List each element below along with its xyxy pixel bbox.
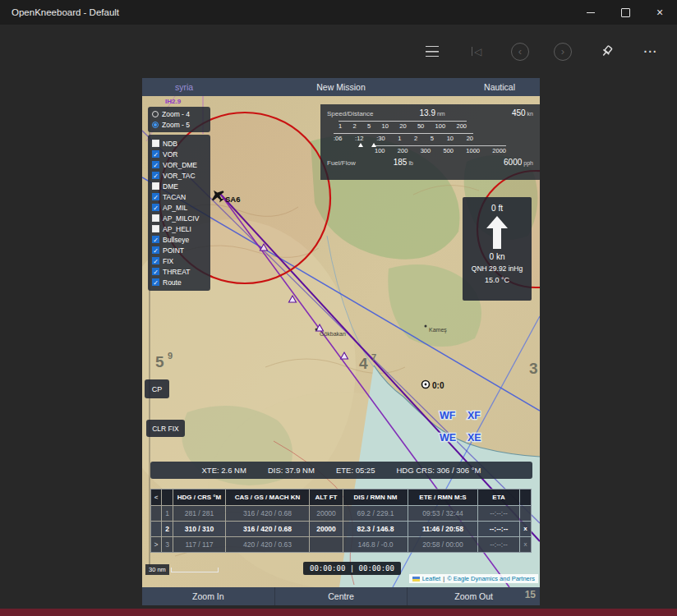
checkbox-icon[interactable]: ✓: [152, 150, 159, 158]
close-button[interactable]: ×: [642, 0, 677, 25]
fp-cell: 117 / 117: [173, 537, 225, 552]
layer-item-fix[interactable]: ✓FIX: [152, 255, 206, 266]
fp-remove-button[interactable]: x: [520, 522, 531, 536]
scale-tick-label: 100: [435, 122, 446, 130]
leaflet-link[interactable]: Leaflet: [422, 575, 441, 582]
maximize-button[interactable]: [608, 0, 642, 25]
scale-tick-label: :30: [376, 135, 385, 142]
window-controls: ×: [573, 0, 677, 25]
fuel-value: 185: [394, 158, 408, 167]
status-item: DIS: 37.9 NM: [268, 466, 315, 475]
first-page-button[interactable]: ◁: [467, 42, 486, 62]
layer-item-vor[interactable]: ✓VOR: [152, 149, 206, 159]
layer-label: AP_MIL: [163, 204, 187, 212]
fp-cell: 69.2 / 229.1: [343, 506, 408, 521]
scale-tick-label: 2: [353, 122, 357, 130]
minimize-button[interactable]: [573, 0, 608, 25]
layer-label: AP_HELI: [163, 225, 191, 233]
zoom-out-button[interactable]: Zoom Out: [408, 587, 540, 605]
checkbox-icon[interactable]: ✓: [152, 246, 159, 254]
layer-label: AP_MILCIV: [163, 214, 199, 223]
checkbox-icon[interactable]: ✓: [152, 161, 159, 168]
window-title: OpenKneeboard - Default: [0, 7, 119, 17]
layer-item-tacan[interactable]: ✓TACAN: [152, 191, 206, 202]
layer-item-threat[interactable]: ✓THREAT: [152, 266, 206, 277]
fp-remove-button[interactable]: x: [520, 537, 531, 552]
layer-item-route[interactable]: ✓Route: [152, 277, 206, 287]
layer-item-bullseye[interactable]: ✓Bullseye: [152, 234, 206, 245]
clr-fix-button[interactable]: CLR FIX: [146, 420, 185, 437]
checkbox-icon[interactable]: [152, 214, 159, 222]
centre-button[interactable]: Centre: [274, 587, 408, 605]
zoom-option-zoom-4[interactable]: Zoom - 4: [152, 110, 206, 118]
map-header: New Mission syria Nautical: [142, 78, 540, 96]
layer-label: TACAN: [163, 193, 186, 201]
temperature-value: 15.0 °C: [485, 276, 509, 284]
fp-cell: 20000: [310, 522, 343, 536]
checkbox-icon[interactable]: ✓: [152, 204, 159, 211]
radio-icon[interactable]: [152, 122, 159, 128]
fp-column-header: CAS / GS / MACH KN: [226, 490, 309, 505]
checkbox-icon[interactable]: ✓: [152, 172, 159, 179]
map-view[interactable]: SA6 0:0 WF XF WE XE 5 9 4 7 3 Gökbakan K…: [142, 96, 540, 587]
checkbox-icon[interactable]: ✓: [152, 236, 159, 243]
credit-link[interactable]: © Eagle Dynamics and Partners: [447, 575, 535, 582]
scale-tick-label: 1000: [466, 147, 480, 154]
status-item: XTE: 2.6 NM: [202, 466, 246, 475]
scale-caret-icon: [371, 143, 376, 147]
scale-tick-label: :06: [334, 135, 342, 142]
fp-row-number[interactable]: 2: [162, 522, 173, 536]
layer-item-vor_tac[interactable]: ✓VOR_TAC: [152, 170, 206, 181]
mission-title: New Mission: [142, 82, 540, 92]
fp-row-number[interactable]: 1: [162, 506, 173, 521]
fp-remove-button: [520, 506, 531, 521]
layer-item-ndb[interactable]: NDB: [152, 138, 206, 149]
qnh-value: QNH 29.92 inHg: [472, 264, 523, 273]
ground-speed-value: 0 kn: [490, 252, 505, 261]
checkbox-icon[interactable]: ✓: [152, 257, 159, 264]
scale-tick-label: 500: [443, 147, 454, 154]
checkbox-icon[interactable]: [152, 225, 159, 232]
zoom-in-button[interactable]: Zoom In: [142, 587, 274, 605]
scale-caret-icon: [358, 143, 363, 147]
scale-tick-label: 1: [398, 135, 401, 142]
layer-item-ap_mil[interactable]: ✓AP_MIL: [152, 202, 206, 213]
radio-icon[interactable]: [152, 111, 159, 117]
map-scale-bar: 30 nm: [145, 564, 219, 575]
pin-button[interactable]: [596, 42, 616, 62]
previous-page-button[interactable]: ‹: [511, 43, 529, 61]
layer-item-ap_heli[interactable]: AP_HELI: [152, 223, 206, 234]
layer-label: NDB: [163, 140, 177, 148]
fp-next-button[interactable]: >: [151, 537, 161, 552]
attribution-separator: |: [443, 575, 444, 582]
scale-tick-label: 2: [414, 135, 417, 142]
close-icon: ×: [656, 6, 663, 19]
checkbox-icon[interactable]: ✓: [152, 193, 159, 200]
fp-prev-button[interactable]: <: [151, 490, 161, 505]
fp-cell: 420 / 420 / 0.63: [226, 537, 309, 552]
layer-label: DME: [163, 182, 178, 191]
layer-label: THREAT: [163, 268, 190, 276]
menu-button[interactable]: [422, 42, 442, 62]
scale-tick-label: 10: [382, 122, 389, 130]
zoom-option-zoom-5[interactable]: Zoom - 5: [152, 121, 206, 129]
scale-tick-label: 10: [447, 135, 454, 142]
layer-item-vor_dme[interactable]: ✓VOR_DME: [152, 159, 206, 170]
layer-item-dme[interactable]: DME: [152, 181, 206, 191]
checkbox-icon[interactable]: ✓: [152, 268, 159, 275]
layer-item-point[interactable]: ✓POINT: [152, 245, 206, 255]
checkbox-icon[interactable]: [152, 182, 159, 190]
fp-column-header: ETE / RMN M:S: [408, 490, 477, 505]
fp-cell: 09:53 / 32:44: [408, 506, 477, 521]
more-button[interactable]: ···: [641, 42, 661, 62]
grid-number: 5: [155, 353, 164, 370]
fix-label-xe: XE: [467, 432, 481, 444]
layer-item-ap_milciv[interactable]: AP_MILCIV: [152, 213, 206, 223]
scale-tick-label: 50: [417, 122, 424, 130]
cp-button[interactable]: CP: [145, 379, 169, 398]
checkbox-icon[interactable]: [152, 140, 159, 147]
checkbox-icon[interactable]: ✓: [152, 278, 159, 286]
fp-row-number[interactable]: 3: [162, 537, 173, 552]
fp-nav-spacer: [151, 522, 161, 536]
next-page-button[interactable]: ›: [554, 43, 572, 61]
